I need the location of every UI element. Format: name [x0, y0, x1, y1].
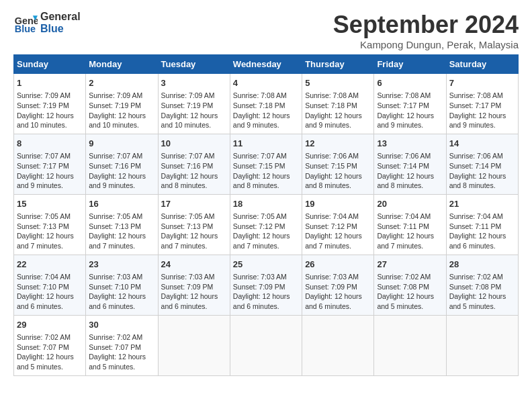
- day-number: 15: [17, 198, 83, 210]
- day-number: 24: [161, 259, 227, 271]
- calendar-cell: 16Sunrise: 7:05 AMSunset: 7:13 PMDayligh…: [86, 194, 158, 255]
- calendar-cell: 17Sunrise: 7:05 AMSunset: 7:13 PMDayligh…: [158, 194, 230, 255]
- sunset-label: Sunset: 7:10 PM: [89, 283, 141, 291]
- sunset-label: Sunset: 7:13 PM: [17, 222, 69, 230]
- header-row: SundayMondayTuesdayWednesdayThursdayFrid…: [14, 55, 519, 74]
- sunset-label: Sunset: 7:10 PM: [17, 283, 69, 291]
- daylight-label: Daylight: 12 hours and 7 minutes.: [161, 232, 218, 250]
- logo-general: General: [40, 11, 81, 23]
- sunrise-label: Sunrise: 7:07 AM: [233, 152, 287, 160]
- daylight-label: Daylight: 12 hours and 8 minutes.: [161, 172, 218, 190]
- day-number: 6: [377, 77, 443, 89]
- daylight-label: Daylight: 12 hours and 7 minutes.: [233, 232, 290, 250]
- calendar-cell: [230, 315, 302, 375]
- daylight-label: Daylight: 12 hours and 9 minutes.: [89, 172, 146, 190]
- day-header-friday: Friday: [374, 55, 446, 74]
- sunset-label: Sunset: 7:13 PM: [89, 222, 141, 230]
- calendar-cell: 10Sunrise: 7:07 AMSunset: 7:16 PMDayligh…: [158, 134, 230, 194]
- calendar-cell: 3Sunrise: 7:09 AMSunset: 7:19 PMDaylight…: [158, 74, 230, 134]
- calendar-cell: 9Sunrise: 7:07 AMSunset: 7:16 PMDaylight…: [86, 134, 158, 194]
- day-number: 28: [449, 259, 515, 271]
- logo-icon: General Blue: [13, 11, 38, 35]
- calendar-cell: 23Sunrise: 7:03 AMSunset: 7:10 PMDayligh…: [86, 255, 158, 315]
- calendar-cell: 27Sunrise: 7:02 AMSunset: 7:08 PMDayligh…: [374, 255, 446, 315]
- calendar-cell: 1Sunrise: 7:09 AMSunset: 7:19 PMDaylight…: [14, 74, 86, 134]
- sunset-label: Sunset: 7:09 PM: [233, 283, 285, 291]
- calendar-week-1: 1Sunrise: 7:09 AMSunset: 7:19 PMDaylight…: [14, 74, 519, 134]
- day-number: 16: [89, 198, 154, 210]
- logo-blue: Blue: [40, 23, 81, 35]
- sunrise-label: Sunrise: 7:07 AM: [89, 152, 142, 160]
- sunrise-label: Sunrise: 7:07 AM: [17, 152, 71, 160]
- sunset-label: Sunset: 7:07 PM: [17, 343, 69, 351]
- sunrise-label: Sunrise: 7:03 AM: [89, 273, 142, 281]
- daylight-label: Daylight: 12 hours and 6 minutes.: [89, 292, 146, 310]
- day-header-thursday: Thursday: [302, 55, 374, 74]
- daylight-label: Daylight: 12 hours and 9 minutes.: [17, 172, 74, 190]
- sunset-label: Sunset: 7:16 PM: [161, 162, 214, 170]
- sunrise-label: Sunrise: 7:02 AM: [17, 333, 71, 341]
- calendar-cell: 2Sunrise: 7:09 AMSunset: 7:19 PMDaylight…: [86, 74, 158, 134]
- calendar-cell: 21Sunrise: 7:04 AMSunset: 7:11 PMDayligh…: [446, 194, 518, 255]
- daylight-label: Daylight: 12 hours and 6 minutes.: [161, 292, 218, 310]
- daylight-label: Daylight: 12 hours and 8 minutes.: [377, 172, 434, 190]
- sunset-label: Sunset: 7:19 PM: [89, 101, 141, 109]
- day-number: 12: [305, 138, 371, 150]
- day-header-tuesday: Tuesday: [158, 55, 230, 74]
- daylight-label: Daylight: 12 hours and 5 minutes.: [17, 353, 74, 371]
- calendar-cell: 18Sunrise: 7:05 AMSunset: 7:12 PMDayligh…: [230, 194, 302, 255]
- sunrise-label: Sunrise: 7:04 AM: [305, 212, 359, 220]
- sunset-label: Sunset: 7:09 PM: [305, 283, 357, 291]
- calendar-cell: 5Sunrise: 7:08 AMSunset: 7:18 PMDaylight…: [302, 74, 374, 134]
- calendar-cell: 8Sunrise: 7:07 AMSunset: 7:17 PMDaylight…: [14, 134, 86, 194]
- day-number: 19: [305, 198, 371, 210]
- sunrise-label: Sunrise: 7:03 AM: [305, 273, 359, 281]
- sunrise-label: Sunrise: 7:07 AM: [161, 152, 215, 160]
- day-number: 4: [233, 77, 299, 89]
- calendar-week-3: 15Sunrise: 7:05 AMSunset: 7:13 PMDayligh…: [14, 194, 519, 255]
- sunrise-label: Sunrise: 7:06 AM: [305, 152, 359, 160]
- daylight-label: Daylight: 12 hours and 6 minutes.: [233, 292, 290, 310]
- day-header-sunday: Sunday: [14, 55, 86, 74]
- day-number: 10: [161, 138, 227, 150]
- sunrise-label: Sunrise: 7:05 AM: [233, 212, 287, 220]
- sunrise-label: Sunrise: 7:08 AM: [377, 91, 431, 99]
- day-number: 18: [233, 198, 299, 210]
- day-number: 5: [305, 77, 371, 89]
- daylight-label: Daylight: 12 hours and 7 minutes.: [89, 232, 146, 250]
- sunset-label: Sunset: 7:18 PM: [305, 101, 357, 109]
- day-number: 3: [161, 77, 227, 89]
- title-block: September 2024 Kampong Dungun, Perak, Ma…: [333, 11, 519, 50]
- day-header-wednesday: Wednesday: [230, 55, 302, 74]
- sunset-label: Sunset: 7:18 PM: [233, 101, 285, 109]
- sunrise-label: Sunrise: 7:06 AM: [377, 152, 431, 160]
- day-number: 2: [89, 77, 154, 89]
- daylight-label: Daylight: 12 hours and 8 minutes.: [305, 172, 362, 190]
- daylight-label: Daylight: 12 hours and 10 minutes.: [17, 111, 74, 130]
- sunset-label: Sunset: 7:12 PM: [233, 222, 285, 230]
- sunrise-label: Sunrise: 7:02 AM: [449, 273, 503, 281]
- sunset-label: Sunset: 7:09 PM: [161, 283, 214, 291]
- calendar-cell: 14Sunrise: 7:06 AMSunset: 7:14 PMDayligh…: [446, 134, 518, 194]
- sunset-label: Sunset: 7:14 PM: [377, 162, 429, 170]
- sunset-label: Sunset: 7:19 PM: [17, 101, 69, 109]
- day-number: 20: [377, 198, 443, 210]
- daylight-label: Daylight: 12 hours and 7 minutes.: [17, 232, 74, 250]
- daylight-label: Daylight: 12 hours and 5 minutes.: [377, 292, 434, 310]
- day-number: 17: [161, 198, 227, 210]
- day-number: 25: [233, 259, 299, 271]
- sunrise-label: Sunrise: 7:03 AM: [233, 273, 287, 281]
- day-header-saturday: Saturday: [446, 55, 518, 74]
- calendar-cell: 25Sunrise: 7:03 AMSunset: 7:09 PMDayligh…: [230, 255, 302, 315]
- logo: General Blue General Blue: [13, 11, 81, 35]
- daylight-label: Daylight: 12 hours and 5 minutes.: [89, 353, 146, 371]
- day-number: 14: [449, 138, 515, 150]
- sunset-label: Sunset: 7:08 PM: [449, 283, 502, 291]
- sunset-label: Sunset: 7:11 PM: [449, 222, 502, 230]
- sunrise-label: Sunrise: 7:09 AM: [89, 91, 142, 99]
- sunrise-label: Sunrise: 7:08 AM: [305, 91, 359, 99]
- day-number: 21: [449, 198, 515, 210]
- day-number: 7: [449, 77, 515, 89]
- sunrise-label: Sunrise: 7:08 AM: [233, 91, 287, 99]
- sunrise-label: Sunrise: 7:05 AM: [89, 212, 142, 220]
